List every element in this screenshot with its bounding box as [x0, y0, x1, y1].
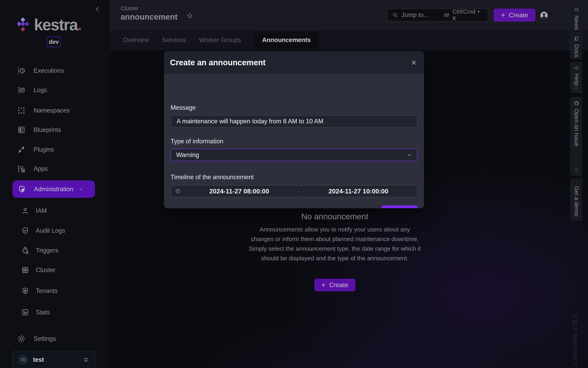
- search-icon: [392, 12, 398, 18]
- rail-item-open-an-issue[interactable]: Open an Issue: [570, 97, 582, 175]
- rail-item-docs[interactable]: Docs: [570, 33, 582, 59]
- sidebar-item-label: Tenants: [36, 287, 58, 294]
- plus-icon: +: [321, 281, 326, 289]
- sidebar-item-label: Executions: [34, 67, 64, 74]
- sidebar-item-stats[interactable]: Stats: [12, 306, 98, 319]
- page-header: Cluster announcement Ctrl/Cmd + K + Crea…: [110, 0, 588, 30]
- sidebar-item-label: Triggers: [36, 247, 58, 254]
- rail-item-label: Open an Issue: [573, 109, 580, 147]
- sidebar-item-apps[interactable]: Apps: [12, 163, 98, 175]
- tenant-switcher[interactable]: TE test: [12, 351, 95, 368]
- plugins-icon: [17, 145, 26, 154]
- tabs-bar: Overview Services Worker Groups Announce…: [110, 30, 588, 50]
- chevron-left-icon: [94, 6, 101, 13]
- sidebar-item-label: Namespaces: [34, 107, 70, 114]
- iam-icon: [21, 207, 29, 215]
- sidebar-item-audit-logs[interactable]: Audit Logs: [12, 224, 98, 237]
- sidebar-item-namespaces[interactable]: Namespaces: [12, 104, 98, 117]
- sidebar-item-label: Blueprints: [34, 126, 61, 134]
- create-button-label: Create: [329, 281, 348, 289]
- type-label: Type of information: [171, 138, 223, 145]
- tab-announcements[interactable]: Announcements: [254, 32, 319, 48]
- empty-state-description: Announcements allow you to notify your u…: [248, 225, 422, 263]
- logs-icon: [17, 86, 26, 94]
- message-field[interactable]: [171, 115, 417, 128]
- sidebar-item-label: Settings: [34, 335, 56, 342]
- administration-icon: [18, 185, 26, 193]
- sidebar-item-plugins[interactable]: Plugins: [12, 143, 98, 156]
- search-input[interactable]: [401, 11, 444, 19]
- timeline-start-value[interactable]: 2024-11-27 08:00:00: [181, 188, 298, 195]
- tenants-icon: [21, 287, 29, 295]
- sidebar-item-label: Stats: [36, 309, 50, 316]
- timeline-end-value[interactable]: 2024-11-27 10:00:00: [300, 188, 417, 195]
- sidebar-item-settings[interactable]: Settings: [12, 332, 98, 345]
- demo-video-icon: [574, 182, 579, 183]
- plus-icon: +: [501, 11, 505, 19]
- apps-icon: [17, 165, 26, 173]
- create-button-label: Create: [509, 11, 528, 19]
- tenant-name: test: [33, 356, 44, 363]
- sidebar-item-label: Apps: [34, 165, 48, 172]
- favorite-star-icon[interactable]: [186, 12, 193, 19]
- timeline-label: Timeline of the announcement: [171, 174, 254, 181]
- save-button[interactable]: Save: [381, 205, 418, 208]
- keyboard-icon: [444, 12, 449, 18]
- message-input[interactable]: [176, 118, 413, 125]
- page-title: announcement: [121, 12, 177, 21]
- breadcrumb: Cluster: [121, 5, 138, 12]
- sidebar-item-label: IAM: [36, 207, 47, 214]
- chevron-down-icon: [407, 152, 412, 158]
- type-select[interactable]: Warning: [171, 149, 417, 161]
- search-shortcut: Ctrl/Cmd + K: [452, 9, 483, 22]
- save-button-label: Save: [396, 208, 411, 208]
- create-button-header[interactable]: + Create: [494, 9, 535, 22]
- create-button-empty-state[interactable]: + Create: [314, 279, 355, 291]
- sidebar-item-label: Cluster: [36, 267, 55, 274]
- sidebar: kestra. dev Executions Logs Namespaces B…: [0, 0, 110, 368]
- logo-text: kestra.: [34, 16, 81, 34]
- close-icon[interactable]: [410, 59, 417, 66]
- sidebar-item-executions[interactable]: Executions: [12, 64, 98, 77]
- timeline-range-field[interactable]: 2024-11-27 08:00:00 - 2024-11-27 10:00:0…: [171, 185, 417, 197]
- sidebar-item-iam[interactable]: IAM: [12, 205, 98, 217]
- sidebar-item-triggers[interactable]: Triggers: [12, 244, 98, 257]
- sidebar-item-label: Plugins: [34, 146, 54, 153]
- sidebar-item-label: Audit Logs: [36, 227, 65, 234]
- chevron-down-icon: [79, 187, 83, 192]
- news-icon: [574, 8, 579, 13]
- blueprints-icon: [17, 126, 26, 134]
- tab-worker-groups[interactable]: Worker Groups: [199, 37, 241, 44]
- create-announcement-modal: Create an announcement Message Type of i…: [164, 51, 424, 208]
- docs-icon: [574, 36, 579, 41]
- sidebar-item-logs[interactable]: Logs: [12, 84, 98, 96]
- type-select-value: Warning: [176, 151, 199, 159]
- rail-item-news[interactable]: News: [570, 4, 582, 30]
- rail-item-get-a-demo[interactable]: Get a demo: [570, 179, 582, 220]
- sidebar-item-administration[interactable]: Administration: [12, 180, 95, 198]
- tab-services[interactable]: Services: [162, 37, 186, 44]
- kestra-logo[interactable]: kestra.: [18, 16, 90, 32]
- sidebar-item-cluster[interactable]: Cluster: [12, 264, 98, 276]
- rail-item-label: Get a demo: [573, 186, 580, 216]
- user-avatar[interactable]: [540, 11, 548, 19]
- namespaces-icon: [17, 106, 26, 115]
- rail-item-label: News: [573, 15, 580, 30]
- rail-item-help[interactable]: Help: [570, 62, 582, 93]
- triggers-icon: [21, 247, 29, 255]
- modal-body: Message Type of information Warning Time…: [164, 74, 424, 208]
- modal-header: Create an announcement: [164, 51, 424, 74]
- external-link-icon: [574, 168, 579, 172]
- tab-overview[interactable]: Overview: [123, 37, 149, 44]
- empty-state-title: No announcement: [249, 212, 421, 221]
- global-search[interactable]: Ctrl/Cmd + K: [387, 9, 488, 21]
- tabs: Overview Services Worker Groups Announce…: [123, 30, 319, 50]
- version-label: 0.20.0-SNAPSHOT: [572, 314, 578, 367]
- executions-icon: [17, 66, 26, 75]
- kestra-logo-mark-icon: [18, 16, 33, 32]
- sidebar-item-tenants[interactable]: Tenants: [12, 285, 98, 297]
- external-link-icon: [574, 216, 579, 217]
- sidebar-collapse-button[interactable]: [94, 6, 101, 13]
- sidebar-item-blueprints[interactable]: Blueprints: [12, 124, 98, 136]
- rail-item-label: Docs: [573, 44, 580, 57]
